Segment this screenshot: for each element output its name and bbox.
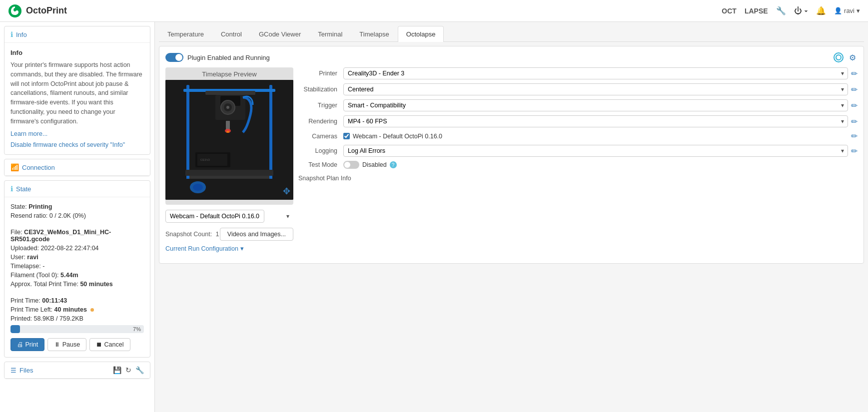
state-panel-header[interactable]: ℹ State bbox=[4, 181, 150, 197]
learn-more-link[interactable]: Learn more... bbox=[10, 130, 47, 137]
resend-label: Resend ratio: bbox=[10, 212, 47, 219]
printed-value: 58.9KB / 759.2KB bbox=[34, 315, 83, 322]
stabilization-edit-icon[interactable]: ✏ bbox=[851, 85, 858, 94]
cameras-edit-icon[interactable]: ✏ bbox=[851, 131, 858, 141]
circle-icon-button[interactable] bbox=[834, 52, 844, 62]
timelapse-label: Timelapse: bbox=[10, 263, 41, 270]
state-panel: ℹ State State: Printing Resend ratio: 0 … bbox=[4, 180, 150, 358]
rendering-config-row: Rendering MP4 - 60 FPS ✏ bbox=[298, 115, 858, 127]
bell-icon[interactable]: 🔔 bbox=[816, 6, 826, 15]
tabs-bar: Temperature Control GCode Viewer Termina… bbox=[159, 26, 864, 42]
files-icons: 💾 ↻ 🔧 bbox=[113, 366, 144, 374]
timelapse-preview-container: Timelapse Preview bbox=[165, 67, 293, 205]
trigger-select[interactable]: Smart - Compatibility bbox=[343, 99, 848, 111]
snapshot-count-label: Snapshot Count: 1 bbox=[165, 231, 219, 238]
test-mode-label: Test Mode bbox=[298, 161, 343, 168]
snapshot-row: Snapshot Count: 1 Videos and Images... bbox=[165, 228, 293, 241]
state-status-row: State: Printing bbox=[10, 203, 144, 210]
state-panel-body: State: Printing Resend ratio: 0 / 2.0K (… bbox=[4, 197, 150, 357]
tab-octolapse-label: Octolapse bbox=[406, 30, 436, 38]
files-wrench-icon[interactable]: 🔧 bbox=[135, 366, 144, 374]
current-run-config-toggle[interactable]: Current Run Configuration ▾ bbox=[165, 245, 293, 252]
approx-row: Approx. Total Print Time: 50 minutes bbox=[10, 281, 144, 288]
approx-label: Approx. Total Print Time: bbox=[10, 281, 78, 288]
plugin-enabled-toggle[interactable] bbox=[165, 53, 183, 62]
trigger-edit-icon[interactable]: ✏ bbox=[851, 101, 858, 110]
lapse-label[interactable]: LAPSE bbox=[745, 7, 768, 15]
cameras-label: Cameras bbox=[298, 133, 343, 140]
circle-inner-icon bbox=[836, 54, 842, 60]
user-value: ravi bbox=[27, 254, 38, 261]
print-button[interactable]: 🖨 Print bbox=[10, 338, 44, 351]
videos-images-button[interactable]: Videos and Images... bbox=[220, 228, 293, 241]
connection-panel-header[interactable]: 📶 Connection bbox=[4, 159, 150, 176]
power-icon[interactable]: ⏻ ▾ bbox=[794, 6, 808, 15]
wrench-icon[interactable]: 🔧 bbox=[776, 6, 786, 15]
rendering-select-wrapper: MP4 - 60 FPS bbox=[343, 115, 848, 127]
app-brand: OctoPrint bbox=[26, 5, 67, 16]
sidebar: ℹ Info Info Your printer's firmware supp… bbox=[0, 22, 155, 412]
user-icon: 👤 bbox=[834, 7, 842, 14]
tab-temperature[interactable]: Temperature bbox=[159, 26, 212, 42]
config-toggle-arrow: ▾ bbox=[240, 245, 244, 252]
test-mode-knob bbox=[344, 162, 350, 168]
progress-percent: 7% bbox=[133, 326, 141, 332]
cancel-button[interactable]: ⏹ Cancel bbox=[89, 338, 130, 351]
cameras-value: Webcam - Default OctoPi 0.16.0 bbox=[343, 133, 848, 140]
connection-header-label: Connection bbox=[22, 164, 55, 171]
printer-config-row: Printer Creality3D - Ender 3 ✏ bbox=[298, 67, 858, 79]
logging-config-row: Logging Log All Errors ✏ bbox=[298, 145, 858, 157]
files-panel: ☰ Files 💾 ↻ 🔧 bbox=[4, 362, 150, 379]
files-refresh-icon[interactable]: ↻ bbox=[125, 366, 131, 374]
disable-firmware-link[interactable]: Disable firmware checks of severity "Inf… bbox=[10, 141, 144, 148]
files-left[interactable]: ☰ Files bbox=[10, 367, 33, 374]
files-sd-icon[interactable]: 💾 bbox=[113, 366, 121, 374]
tab-control[interactable]: Control bbox=[212, 26, 250, 42]
user-label: User: bbox=[10, 254, 25, 261]
rendering-select[interactable]: MP4 - 60 FPS bbox=[343, 115, 848, 127]
filament-label: Filament (Tool 0): bbox=[10, 272, 59, 279]
test-mode-help-icon[interactable]: ? bbox=[390, 161, 397, 168]
logging-edit-icon[interactable]: ✏ bbox=[851, 146, 858, 156]
tab-terminal-label: Terminal bbox=[318, 30, 342, 38]
files-panel-header: ☰ Files 💾 ↻ 🔧 bbox=[4, 362, 150, 379]
state-value: Printing bbox=[28, 203, 52, 210]
preview-column: Timelapse Preview bbox=[165, 67, 293, 257]
stabilization-select[interactable]: Centered bbox=[343, 83, 848, 95]
logging-select-wrapper: Log All Errors bbox=[343, 145, 848, 157]
progress-bar-container: 7% bbox=[10, 325, 144, 333]
test-mode-toggle[interactable] bbox=[343, 161, 359, 169]
print-time-left-label: Print Time Left: bbox=[10, 306, 52, 313]
tab-gcode-viewer[interactable]: GCode Viewer bbox=[250, 26, 309, 42]
user-menu[interactable]: 👤 ravi ▾ bbox=[834, 7, 860, 14]
settings-icon-button[interactable]: ⚙ bbox=[848, 52, 858, 62]
webcam-select[interactable]: Webcam - Default OctoPi 0.16.0 bbox=[165, 210, 264, 223]
logging-select[interactable]: Log All Errors bbox=[343, 145, 848, 157]
state-icon: ℹ bbox=[10, 185, 13, 193]
rendering-edit-icon[interactable]: ✏ bbox=[851, 117, 858, 126]
printer-edit-icon[interactable]: ✏ bbox=[851, 69, 858, 78]
tab-timelapse[interactable]: Timelapse bbox=[351, 26, 397, 42]
topnav-left: OctoPrint bbox=[8, 4, 67, 18]
timelapse-preview-title: Timelapse Preview bbox=[165, 67, 293, 80]
print-time-left-value: 40 minutes bbox=[54, 306, 87, 313]
resend-row: Resend ratio: 0 / 2.0K (0%) bbox=[10, 212, 144, 219]
main-layout: ℹ Info Info Your printer's firmware supp… bbox=[0, 22, 868, 412]
tab-gcode-viewer-label: GCode Viewer bbox=[259, 30, 301, 38]
info-panel-body: Info Your printer's firmware supports ho… bbox=[4, 43, 150, 154]
resend-value: 0 / 2.0K (0%) bbox=[49, 212, 86, 219]
printer-select[interactable]: Creality3D - Ender 3 bbox=[343, 67, 848, 79]
tab-temperature-label: Temperature bbox=[167, 30, 204, 38]
info-panel-header[interactable]: ℹ Info bbox=[4, 26, 150, 43]
oct-label[interactable]: OCT bbox=[722, 7, 737, 15]
tab-octolapse[interactable]: Octolapse bbox=[398, 26, 444, 42]
logging-label: Logging bbox=[298, 147, 343, 154]
octolapse-main: Timelapse Preview bbox=[165, 67, 858, 257]
trigger-config-row: Trigger Smart - Compatibility ✏ bbox=[298, 99, 858, 111]
uploaded-value: 2022-08-22 22:47:04 bbox=[40, 245, 98, 252]
tab-terminal[interactable]: Terminal bbox=[309, 26, 351, 42]
cameras-checkbox[interactable] bbox=[343, 133, 350, 139]
timelapse-preview-image: CE3V2 bbox=[165, 80, 293, 200]
timelapse-move-icon[interactable]: ✥ bbox=[283, 186, 290, 197]
pause-button[interactable]: ⏸ Pause bbox=[47, 338, 86, 351]
